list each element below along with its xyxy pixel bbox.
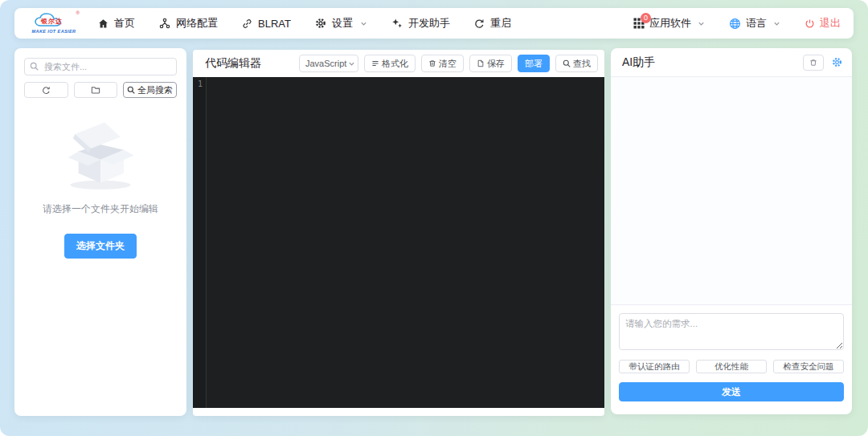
quick-action-optimize[interactable]: 优化性能	[696, 360, 767, 373]
editor-title: 代码编辑器	[205, 56, 261, 71]
save-button[interactable]: 保存	[469, 55, 512, 72]
nav-item-label: 重启	[490, 16, 511, 31]
nav-item-label: 网络配置	[176, 16, 218, 31]
language-label: 语言	[746, 16, 767, 31]
code-editor-panel: 代码编辑器 JavaScript 格式化	[193, 50, 604, 416]
power-icon	[805, 18, 815, 29]
format-button[interactable]: 格式化	[364, 55, 416, 72]
ai-header: AI助手	[611, 48, 852, 77]
send-button[interactable]: 发送	[619, 382, 844, 401]
logout-button[interactable]: 退出	[805, 16, 841, 31]
gear-icon	[315, 18, 326, 29]
file-search-input[interactable]	[24, 58, 177, 75]
language-dropdown[interactable]: 语言	[729, 16, 780, 31]
nav-item-label: 设置	[332, 16, 353, 31]
deploy-label: 部署	[525, 58, 542, 70]
trash-icon	[428, 59, 436, 67]
clear-button[interactable]: 清空	[421, 55, 464, 72]
search-icon	[127, 86, 135, 94]
search-icon	[30, 62, 39, 71]
clear-chat-button[interactable]	[803, 55, 824, 71]
line-number: 1	[198, 79, 203, 88]
global-search-button[interactable]: 全局搜索	[123, 82, 177, 98]
home-icon	[98, 18, 108, 29]
logout-label: 退出	[820, 16, 841, 31]
file-toolbar: 全局搜索	[24, 82, 177, 98]
ai-header-actions	[803, 55, 842, 71]
network-icon	[159, 18, 170, 29]
sparkle-icon	[391, 18, 403, 29]
ai-prompt-input[interactable]	[619, 313, 844, 350]
empty-state-text: 请选择一个文件夹开始编辑	[43, 202, 158, 216]
top-navbar: 银尔达 ® MAKE IOT EASIER 首页 网络配置	[14, 8, 854, 39]
format-label: 格式化	[382, 58, 408, 70]
chevron-down-icon	[773, 20, 780, 27]
nav-item-dev-assistant[interactable]: 开发助手	[391, 16, 450, 31]
nav-item-label: 开发助手	[408, 16, 450, 31]
clear-label: 清空	[439, 58, 457, 70]
search-icon	[563, 59, 571, 67]
find-button[interactable]: 查找	[555, 55, 598, 72]
editor-header: 代码编辑器 JavaScript 格式化	[193, 50, 604, 77]
empty-state: 请选择一个文件夹开始编辑 选择文件夹	[24, 116, 177, 259]
format-lines-icon	[371, 59, 379, 67]
quick-actions: 带认证的路由 优化性能 检查安全问题	[619, 360, 844, 373]
ai-input-area: 带认证的路由 优化性能 检查安全问题 发送	[611, 304, 852, 414]
open-folder-button[interactable]	[74, 82, 118, 98]
brand-name: 银尔达	[41, 18, 63, 25]
page-background: 银尔达 ® MAKE IOT EASIER 首页 网络配置	[0, 0, 868, 436]
brand-logo[interactable]: 银尔达 ® MAKE IOT EASIER	[27, 13, 80, 35]
find-label: 查找	[573, 58, 591, 70]
gear-icon	[832, 57, 842, 67]
global-search-label: 全局搜索	[137, 84, 173, 96]
refresh-icon	[42, 86, 51, 95]
chevron-down-icon	[698, 20, 705, 27]
deploy-button[interactable]: 部署	[518, 55, 550, 72]
navbar-right: 0 应用软件 语言 退出	[633, 16, 841, 31]
globe-icon	[729, 18, 741, 30]
link-icon	[242, 18, 252, 29]
empty-box-illustration	[52, 116, 149, 191]
ai-settings-button[interactable]	[832, 57, 842, 67]
trash-icon	[809, 59, 817, 67]
apps-label: 应用软件	[649, 16, 691, 31]
quick-action-security[interactable]: 检查安全问题	[773, 360, 844, 373]
nav-item-home[interactable]: 首页	[98, 16, 135, 31]
language-select[interactable]: JavaScript	[299, 55, 358, 72]
nav-item-network-config[interactable]: 网络配置	[159, 16, 218, 31]
apps-dropdown[interactable]: 0 应用软件	[633, 16, 705, 31]
chevron-down-icon	[360, 20, 367, 27]
nav-item-blrat[interactable]: BLRAT	[242, 18, 291, 30]
ai-assistant-panel: AI助手 带认证的路由 优化性能 检查安全问题	[611, 48, 852, 414]
line-number-gutter: 1	[193, 77, 207, 408]
choose-folder-button[interactable]: 选择文件夹	[64, 234, 137, 259]
language-select-value: JavaScript	[305, 59, 346, 68]
ai-panel-title: AI助手	[622, 55, 655, 70]
nav-item-restart[interactable]: 重启	[474, 16, 511, 31]
nav-item-settings[interactable]: 设置	[315, 16, 367, 31]
code-editor-surface[interactable]: 1	[193, 77, 604, 408]
file-explorer-panel: 全局搜索 请选择一个文件夹开始编辑 选择文件夹	[14, 48, 186, 416]
file-search	[24, 58, 177, 75]
nav-menu: 首页 网络配置 BLRAT 设置	[98, 16, 511, 31]
registered-mark: ®	[76, 10, 80, 15]
refresh-files-button[interactable]	[24, 82, 68, 98]
document-icon	[477, 59, 485, 67]
save-label: 保存	[487, 58, 505, 70]
refresh-icon	[474, 18, 485, 29]
apps-count-badge: 0	[641, 13, 651, 23]
editor-toolbar: JavaScript 格式化 清空	[299, 55, 598, 72]
code-text-area[interactable]	[207, 77, 604, 408]
nav-item-label: BLRAT	[258, 18, 291, 30]
folder-icon	[91, 85, 100, 95]
ai-message-list	[611, 77, 852, 304]
chevron-down-icon	[348, 60, 355, 67]
brand-tagline: MAKE IOT EASIER	[32, 30, 76, 35]
quick-action-auth-route[interactable]: 带认证的路由	[619, 360, 690, 373]
nav-item-label: 首页	[114, 16, 135, 31]
